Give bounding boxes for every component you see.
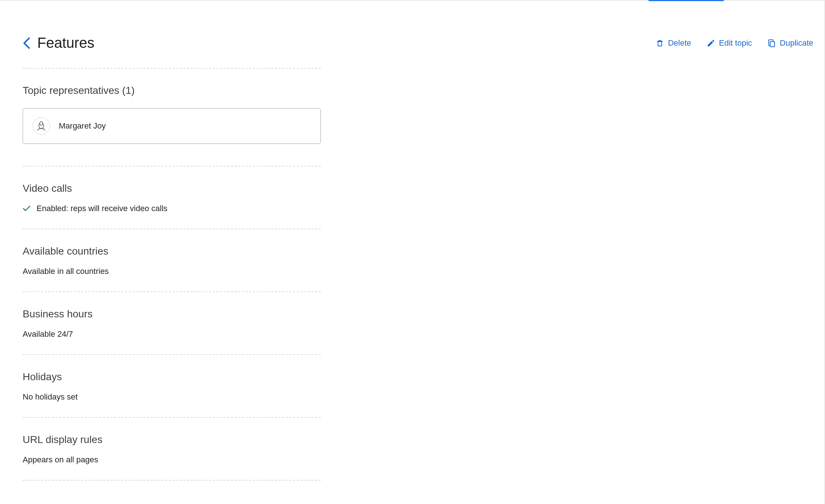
section-title-hours: Business hours [23, 308, 321, 320]
avatar-icon [33, 117, 50, 135]
divider [23, 68, 321, 69]
holidays-status: No holidays set [23, 392, 321, 402]
section-title-video-calls: Video calls [23, 183, 321, 194]
divider [23, 166, 321, 167]
active-tab-indicator [649, 0, 724, 1]
divider [23, 229, 321, 229]
trash-icon [655, 38, 664, 48]
edit-topic-button[interactable]: Edit topic [707, 38, 752, 48]
representative-card[interactable]: Margaret Joy [23, 108, 321, 144]
check-icon [23, 205, 31, 212]
video-calls-status: Enabled: reps will receive video calls [37, 204, 167, 213]
divider [23, 417, 321, 418]
section-title-countries: Available countries [23, 245, 321, 257]
section-title-holidays: Holidays [23, 371, 321, 383]
divider [23, 354, 321, 355]
duplicate-button[interactable]: Duplicate [767, 38, 813, 48]
pencil-icon [707, 39, 715, 47]
countries-status: Available in all countries [23, 267, 321, 276]
delete-button[interactable]: Delete [655, 38, 691, 48]
copy-icon [767, 38, 776, 48]
delete-label: Delete [668, 38, 691, 48]
divider [23, 480, 321, 481]
page-title: Features [37, 35, 94, 51]
edit-topic-label: Edit topic [719, 38, 752, 48]
url-rules-status: Appears on all pages [23, 455, 321, 465]
divider [23, 291, 321, 292]
back-chevron-icon[interactable] [23, 37, 31, 49]
hours-status: Available 24/7 [23, 329, 321, 339]
representative-name: Margaret Joy [59, 121, 106, 131]
section-title-url-rules: URL display rules [23, 434, 321, 446]
svg-rect-0 [770, 42, 775, 47]
duplicate-label: Duplicate [780, 38, 813, 48]
section-title-representatives: Topic representatives (1) [23, 85, 321, 96]
